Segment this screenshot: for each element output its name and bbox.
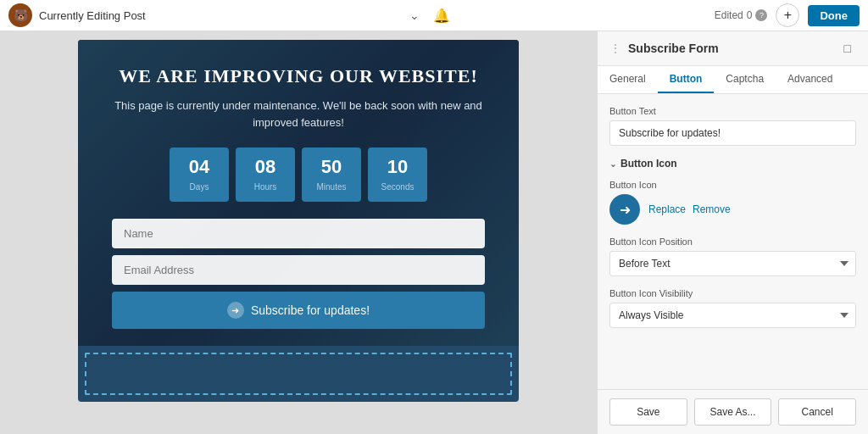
button-icon-label: Button Icon: [609, 180, 856, 190]
chevron-icon: ⌄: [609, 159, 616, 169]
sidebar-header: ⋮ Subscribe Form □: [598, 31, 868, 66]
button-icon-toggle[interactable]: ⌄ Button Icon: [609, 158, 856, 170]
icon-actions: Replace Remove: [648, 203, 731, 215]
editing-post-title: Currently Editing Post: [39, 9, 146, 22]
sidebar-title: Subscribe Form: [628, 42, 719, 55]
topbar: 🐻 Currently Editing Post ⌄ 🔔 Edited 0 ? …: [0, 0, 868, 31]
email-input[interactable]: [112, 255, 485, 285]
sidebar-header-left: ⋮ Subscribe Form: [609, 42, 719, 55]
countdown-seconds: 10 Seconds: [368, 147, 427, 202]
button-text-label: Button Text: [609, 106, 856, 116]
icon-preview-row: ➜ Replace Remove: [609, 194, 856, 225]
name-input[interactable]: [112, 219, 485, 248]
edited-help-icon[interactable]: ?: [755, 9, 767, 21]
position-label: Button Icon Position: [609, 236, 856, 247]
cancel-button[interactable]: Cancel: [778, 398, 856, 426]
save-as-button[interactable]: Save As...: [694, 398, 772, 426]
topbar-center: ⌄ 🔔: [409, 8, 450, 24]
visibility-select[interactable]: Always Visible On Hover: [609, 303, 856, 328]
tab-advanced[interactable]: Advanced: [776, 66, 844, 93]
button-text-input[interactable]: [609, 120, 856, 146]
replace-icon-link[interactable]: Replace: [648, 203, 686, 215]
dashed-placeholder: [85, 353, 512, 395]
main-content: We Are Improving Our Website! This page …: [0, 31, 868, 434]
tab-button[interactable]: Button: [658, 66, 715, 93]
done-button[interactable]: Done: [808, 5, 860, 26]
page-preview: We Are Improving Our Website! This page …: [78, 40, 519, 402]
visibility-label: Button Icon Visibility: [609, 288, 856, 298]
subscribe-btn-label: Subscribe for updates!: [251, 303, 370, 317]
sidebar-tabs: General Button Captcha Advanced: [598, 66, 868, 94]
page-content: We Are Improving Our Website! This page …: [78, 40, 519, 346]
chevron-down-icon[interactable]: ⌄: [409, 8, 420, 22]
topbar-right: Edited 0 ? + Done: [715, 3, 860, 27]
minimize-icon[interactable]: □: [839, 40, 856, 57]
site-logo: 🐻: [8, 3, 32, 27]
bell-icon[interactable]: 🔔: [433, 8, 450, 24]
topbar-left: 🐻 Currently Editing Post: [8, 3, 146, 27]
countdown: 04 Days 08 Hours 50 Minutes 10 Seconds: [112, 147, 485, 202]
tab-general[interactable]: General: [598, 66, 658, 93]
sidebar: ⋮ Subscribe Form □ General Button Captch…: [597, 31, 868, 434]
editor-area: We Are Improving Our Website! This page …: [0, 31, 597, 434]
countdown-days: 04 Days: [170, 147, 229, 202]
remove-icon-link[interactable]: Remove: [693, 203, 731, 215]
position-select[interactable]: Before Text After Text: [609, 251, 856, 276]
countdown-minutes: 50 Minutes: [302, 147, 361, 202]
sidebar-body: Button Text ⌄ Button Icon Button Icon ➜ …: [598, 94, 868, 389]
tab-captcha[interactable]: Captcha: [714, 66, 776, 93]
subscribe-arrow-icon: ➜: [227, 302, 244, 319]
edited-status: Edited 0 ?: [715, 9, 768, 21]
button-icon-preview: ➜: [609, 194, 640, 225]
save-button[interactable]: Save: [609, 398, 687, 426]
page-heading: We Are Improving Our Website!: [112, 65, 485, 87]
countdown-hours: 08 Hours: [236, 147, 295, 202]
button-icon-section-label: Button Icon: [620, 158, 677, 170]
add-button[interactable]: +: [776, 3, 799, 27]
drag-handle-icon[interactable]: ⋮: [609, 42, 621, 55]
sidebar-footer: Save Save As... Cancel: [598, 389, 868, 434]
page-subtext: This page is currently under maintenance…: [112, 97, 485, 131]
subscribe-button[interactable]: ➜ Subscribe for updates!: [112, 292, 485, 329]
